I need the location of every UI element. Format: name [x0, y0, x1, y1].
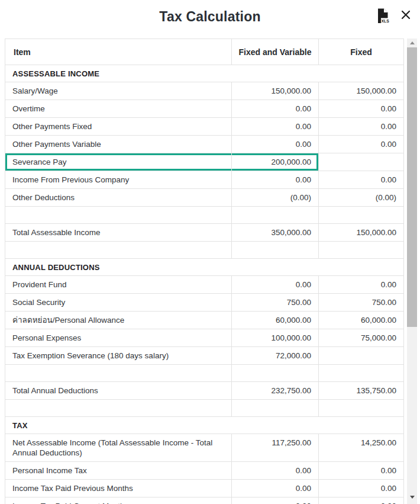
- item-cell: [5, 242, 232, 259]
- item-cell: Salary/Wage: [5, 82, 232, 100]
- spacer-row: [5, 242, 404, 259]
- section-label: ANNUAL DEDUCTIONS: [5, 259, 404, 276]
- item-cell: Provident Fund: [5, 276, 232, 294]
- section-label: TAX: [5, 417, 404, 434]
- fixed-cell: [319, 153, 404, 171]
- fixed-cell: 0.00: [319, 100, 404, 118]
- tax-table-container: Item Fixed and Variable Fixed ASSESSABLE…: [5, 38, 403, 504]
- item-cell: Tax Exemption Severance (180 days salary…: [5, 347, 232, 365]
- item-cell: ค่าลดหย่อน/Personal Allowance: [5, 312, 232, 329]
- item-cell: Overtime: [5, 100, 232, 118]
- arrow-down-icon: [410, 496, 415, 499]
- table-header-row: Item Fixed and Variable Fixed: [5, 39, 404, 65]
- item-cell: Other Payments Fixed: [5, 118, 232, 136]
- fixed-cell: [319, 347, 404, 365]
- table-row: Other Payments Fixed0.000.00: [5, 118, 404, 136]
- fixed-variable-cell: 72,000.00: [232, 347, 319, 365]
- fixed-cell: 135,750.00: [319, 382, 404, 400]
- spacer-row: [5, 207, 404, 224]
- table-row: Income From Previous Company0.000.00: [5, 171, 404, 189]
- fixed-variable-cell: 0.00: [232, 136, 319, 153]
- item-cell: Net Assessable Income (Total Assessable …: [5, 434, 232, 462]
- fixed-variable-cell: 0.00: [232, 497, 319, 504]
- column-header-fixed-variable: Fixed and Variable: [232, 39, 319, 65]
- scroll-up-button[interactable]: [407, 38, 417, 47]
- export-xls-button[interactable]: XLS: [376, 8, 389, 24]
- item-cell: Personal Expenses: [5, 329, 232, 347]
- item-cell: [5, 207, 232, 224]
- table-row: Other Payments Variable0.000.00: [5, 136, 404, 153]
- fixed-cell: 750.00: [319, 294, 404, 312]
- fixed-variable-cell: 117,250.00: [232, 434, 319, 462]
- fixed-variable-cell: 60,000.00: [232, 312, 319, 329]
- fixed-variable-cell: 0.00: [232, 118, 319, 136]
- fixed-cell: 150,000.00: [319, 82, 404, 100]
- vertical-scrollbar[interactable]: [407, 38, 417, 504]
- item-cell: Other Payments Variable: [5, 136, 232, 153]
- highlighted-row: Severance Pay200,000.00: [5, 153, 404, 171]
- tax-table-body: ASSESSABLE INCOMESalary/Wage150,000.0015…: [5, 65, 404, 504]
- table-row: ค่าลดหย่อน/Personal Allowance60,000.0060…: [5, 312, 404, 329]
- arrow-up-icon: [410, 41, 415, 44]
- fixed-variable-cell: 350,000.00: [232, 224, 319, 242]
- scroll-down-button[interactable]: [407, 493, 417, 502]
- fixed-cell: 75,000.00: [319, 329, 404, 347]
- fixed-variable-cell: 0.00: [232, 276, 319, 294]
- fixed-cell: 14,250.00: [319, 434, 404, 462]
- fixed-cell: 0.00: [319, 276, 404, 294]
- fixed-variable-cell: 750.00: [232, 294, 319, 312]
- table-row: Income Tax Paid Previous Months0.000.00: [5, 480, 404, 497]
- fixed-cell: [319, 242, 404, 259]
- fixed-variable-cell: 0.00: [232, 462, 319, 480]
- page-title: Tax Calculation: [0, 0, 420, 25]
- fixed-variable-cell: 200,000.00: [232, 153, 319, 171]
- spacer-row: [5, 400, 404, 417]
- fixed-cell: 150,000.00: [319, 224, 404, 242]
- fixed-variable-cell: 0.00: [232, 480, 319, 497]
- column-header-fixed: Fixed: [319, 39, 404, 65]
- table-row: Other Deductions(0.00)(0.00): [5, 189, 404, 207]
- item-cell: Severance Pay: [5, 153, 232, 171]
- item-cell: Income Tax Paid Current Month: [5, 497, 232, 504]
- table-row: Total Assessable Income350,000.00150,000…: [5, 224, 404, 242]
- fixed-cell: [319, 365, 404, 382]
- item-cell: Income From Previous Company: [5, 171, 232, 189]
- item-cell: [5, 400, 232, 417]
- item-cell: [5, 365, 232, 382]
- fixed-cell: 60,000.00: [319, 312, 404, 329]
- fixed-cell: 0.00: [319, 118, 404, 136]
- fixed-variable-cell: 150,000.00: [232, 82, 319, 100]
- item-cell: Social Security: [5, 294, 232, 312]
- table-row: Total Annual Deductions232,750.00135,750…: [5, 382, 404, 400]
- column-header-item: Item: [5, 39, 232, 65]
- item-cell: Personal Income Tax: [5, 462, 232, 480]
- item-cell: Income Tax Paid Previous Months: [5, 480, 232, 497]
- table-row: Personal Expenses100,000.0075,000.00: [5, 329, 404, 347]
- table-row: Tax Exemption Severance (180 days salary…: [5, 347, 404, 365]
- fixed-cell: [319, 207, 404, 224]
- fixed-cell: [319, 400, 404, 417]
- scrollbar-thumb[interactable]: [407, 47, 417, 327]
- fixed-variable-cell: [232, 207, 319, 224]
- section-row: ANNUAL DEDUCTIONS: [5, 259, 404, 276]
- table-row: Provident Fund0.000.00: [5, 276, 404, 294]
- fixed-variable-cell: 232,750.00: [232, 382, 319, 400]
- fixed-variable-cell: [232, 365, 319, 382]
- item-cell: Total Assessable Income: [5, 224, 232, 242]
- table-row: Social Security750.00750.00: [5, 294, 404, 312]
- fixed-cell: (0.00): [319, 189, 404, 207]
- close-button[interactable]: [401, 10, 411, 20]
- section-row: TAX: [5, 417, 404, 434]
- fixed-cell: 0.00: [319, 480, 404, 497]
- close-icon: [401, 10, 411, 20]
- item-cell: Other Deductions: [5, 189, 232, 207]
- tax-table: Item Fixed and Variable Fixed ASSESSABLE…: [5, 38, 404, 504]
- xls-icon-label: XLS: [382, 19, 390, 23]
- section-label: ASSESSABLE INCOME: [5, 65, 404, 82]
- table-row: Net Assessable Income (Total Assessable …: [5, 434, 404, 462]
- item-cell: Total Annual Deductions: [5, 382, 232, 400]
- fixed-variable-cell: [232, 400, 319, 417]
- fixed-cell: 0.00: [319, 136, 404, 153]
- fixed-variable-cell: 0.00: [232, 171, 319, 189]
- fixed-variable-cell: [232, 242, 319, 259]
